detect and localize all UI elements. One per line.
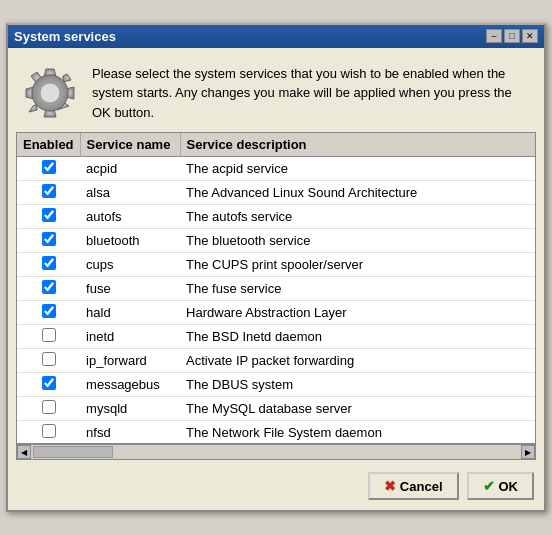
enabled-cell: [17, 205, 80, 229]
close-button[interactable]: ✕: [522, 29, 538, 43]
service-name: autofs: [80, 205, 180, 229]
enabled-cell: [17, 157, 80, 181]
cancel-button[interactable]: ✖ Cancel: [368, 472, 459, 500]
table-row: mysqldThe MySQL database server: [17, 397, 535, 421]
service-name: mysqld: [80, 397, 180, 421]
service-description: The CUPS print spooler/server: [180, 253, 535, 277]
table-row: inetdThe BSD Inetd daemon: [17, 325, 535, 349]
dialog-buttons: ✖ Cancel ✔ OK: [8, 464, 544, 510]
service-name: cups: [80, 253, 180, 277]
enabled-cell: [17, 349, 80, 373]
service-description: The MySQL database server: [180, 397, 535, 421]
service-description: The DBUS system: [180, 373, 535, 397]
service-description: The fuse service: [180, 277, 535, 301]
service-checkbox[interactable]: [42, 328, 56, 342]
services-table-container: Enabled Service name Service description…: [16, 132, 536, 444]
service-checkbox[interactable]: [42, 400, 56, 414]
hscroll-thumb[interactable]: [33, 446, 113, 458]
svg-marker-6: [29, 104, 37, 112]
service-description: The BSD Inetd daemon: [180, 325, 535, 349]
system-services-window: System services – □ ✕: [6, 23, 546, 513]
table-row: alsaThe Advanced Linux Sound Architectur…: [17, 181, 535, 205]
ok-button[interactable]: ✔ OK: [467, 472, 535, 500]
col-service-name: Service name: [80, 133, 180, 157]
table-row: autofsThe autofs service: [17, 205, 535, 229]
service-name: alsa: [80, 181, 180, 205]
window-title: System services: [14, 29, 116, 44]
service-checkbox[interactable]: [42, 280, 56, 294]
minimize-button[interactable]: –: [486, 29, 502, 43]
cancel-label: Cancel: [400, 479, 443, 494]
table-scroll[interactable]: Enabled Service name Service description…: [17, 133, 535, 443]
svg-point-9: [40, 83, 60, 103]
service-description: Hardware Abstraction Layer: [180, 301, 535, 325]
cancel-icon: ✖: [384, 478, 396, 494]
table-body: acpidThe acpid servicealsaThe Advanced L…: [17, 157, 535, 444]
service-checkbox[interactable]: [42, 184, 56, 198]
service-description: The bluetooth service: [180, 229, 535, 253]
header-text: Please select the system services that y…: [92, 64, 528, 123]
enabled-cell: [17, 373, 80, 397]
ok-icon: ✔: [483, 478, 495, 494]
col-enabled: Enabled: [17, 133, 80, 157]
service-name: ip_forward: [80, 349, 180, 373]
service-description: The Network File System daemon: [180, 421, 535, 444]
service-checkbox[interactable]: [42, 208, 56, 222]
service-checkbox[interactable]: [42, 256, 56, 270]
table-row: ip_forwardActivate IP packet forwarding: [17, 349, 535, 373]
svg-marker-7: [63, 74, 71, 82]
enabled-cell: [17, 301, 80, 325]
service-description: The Advanced Linux Sound Architecture: [180, 181, 535, 205]
service-description: The autofs service: [180, 205, 535, 229]
gear-icon: [24, 67, 76, 119]
service-checkbox[interactable]: [42, 424, 56, 438]
services-table: Enabled Service name Service description…: [17, 133, 535, 443]
horizontal-scrollbar[interactable]: ◀ ▶: [16, 444, 536, 460]
table-row: messagebusThe DBUS system: [17, 373, 535, 397]
service-name: acpid: [80, 157, 180, 181]
table-row: nfsdThe Network File System daemon: [17, 421, 535, 444]
table-header: Enabled Service name Service description: [17, 133, 535, 157]
service-description: Activate IP packet forwarding: [180, 349, 535, 373]
service-name: hald: [80, 301, 180, 325]
service-name: inetd: [80, 325, 180, 349]
service-checkbox[interactable]: [42, 352, 56, 366]
enabled-cell: [17, 277, 80, 301]
scroll-right-arrow[interactable]: ▶: [521, 445, 535, 459]
enabled-cell: [17, 325, 80, 349]
col-service-description: Service description: [180, 133, 535, 157]
table-row: cupsThe CUPS print spooler/server: [17, 253, 535, 277]
enabled-cell: [17, 397, 80, 421]
service-checkbox[interactable]: [42, 304, 56, 318]
maximize-button[interactable]: □: [504, 29, 520, 43]
service-name: bluetooth: [80, 229, 180, 253]
enabled-cell: [17, 181, 80, 205]
ok-label: OK: [499, 479, 519, 494]
service-name: fuse: [80, 277, 180, 301]
enabled-cell: [17, 253, 80, 277]
service-description: The acpid service: [180, 157, 535, 181]
service-checkbox[interactable]: [42, 160, 56, 174]
table-row: acpidThe acpid service: [17, 157, 535, 181]
service-name: nfsd: [80, 421, 180, 444]
header-section: Please select the system services that y…: [8, 48, 544, 133]
scroll-left-arrow[interactable]: ◀: [17, 445, 31, 459]
titlebar: System services – □ ✕: [8, 25, 544, 48]
service-name: messagebus: [80, 373, 180, 397]
service-checkbox[interactable]: [42, 232, 56, 246]
titlebar-buttons: – □ ✕: [486, 29, 538, 43]
table-row: bluetoothThe bluetooth service: [17, 229, 535, 253]
table-row: haldHardware Abstraction Layer: [17, 301, 535, 325]
service-checkbox[interactable]: [42, 376, 56, 390]
enabled-cell: [17, 229, 80, 253]
enabled-cell: [17, 421, 80, 444]
table-row: fuseThe fuse service: [17, 277, 535, 301]
